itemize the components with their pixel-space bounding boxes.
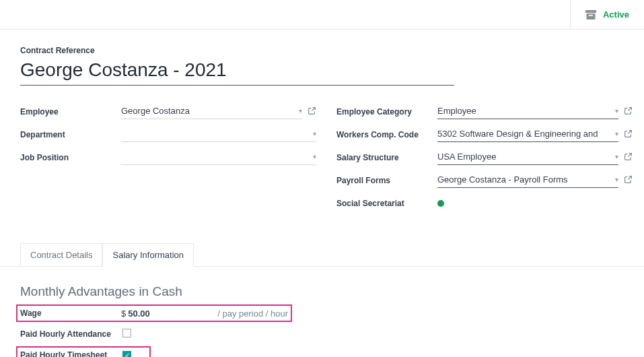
payroll-forms-row: Payroll Forms George Costanza - Payroll … [336,172,633,189]
department-label: Department [20,130,121,139]
paid-hourly-timesheet-checkbox[interactable]: ✓ [122,351,131,358]
wage-label: Wage [20,309,121,318]
form-body: Contract Reference George Costanza - 202… [0,30,644,219]
paid-hourly-timesheet-label: Paid Hourly Timesheet [20,350,121,357]
wage-currency: $ [121,309,126,319]
workers-comp-select[interactable]: 5302 Software Design & Engineering and ▾ [437,127,618,142]
page-title: George Costanza - 2021 [20,59,454,81]
field-columns: Employee George Costanza ▾ Department [20,103,624,212]
paid-hourly-attendance-checkbox[interactable] [122,329,131,337]
employee-category-row: Employee Category Employee ▾ [336,103,633,121]
employee-category-label: Employee Category [336,107,437,117]
status-dot-icon [437,200,444,207]
chevron-down-icon: ▾ [615,130,618,137]
wage-row: Wage $ 50.00 / pay period / hour [16,304,292,322]
title-input[interactable]: George Costanza - 2021 [20,59,454,86]
external-link-icon[interactable] [308,106,316,117]
paid-hourly-attendance-row: Paid Hourly Attendance [20,329,296,346]
wage-value-wrap[interactable]: $ 50.00 / pay period / hour [121,309,288,319]
chevron-down-icon: ▾ [299,107,302,115]
svg-rect-2 [589,15,593,16]
left-column: Employee George Costanza ▾ Department [20,103,316,212]
workers-comp-label: Workers Comp. Code [336,130,437,139]
svg-rect-1 [586,13,595,20]
status-badge[interactable]: Active [570,0,644,29]
svg-rect-0 [585,10,596,13]
status-label: Active [603,9,629,20]
archive-icon [585,10,596,20]
wage-amount: 50.00 [128,309,150,319]
department-field-row: Department ▾ [20,126,316,143]
salary-section: Monthly Advantages in Cash Wage $ 50.00 … [0,267,644,357]
salary-structure-label: Salary Structure [336,153,437,162]
tab-salary-information[interactable]: Salary Information [102,243,194,267]
workers-comp-row: Workers Comp. Code 5302 Software Design … [336,126,633,143]
external-link-icon[interactable] [624,175,633,186]
chevron-down-icon: ▾ [615,107,618,115]
employee-label: Employee [20,107,121,117]
job-position-field-row: Job Position ▾ [20,149,316,166]
social-secretariat-row: Social Secretariat [336,195,633,212]
salary-structure-row: Salary Structure USA Employee ▾ [336,149,633,166]
employee-select[interactable]: George Costanza ▾ [121,104,302,119]
tabs-container: Contract Details Salary Information [0,243,644,267]
section-title: Monthly Advantages in Cash [20,284,624,299]
paid-hourly-timesheet-row: Paid Hourly Timesheet ✓ [16,346,151,357]
external-link-icon[interactable] [624,152,633,163]
tab-contract-details[interactable]: Contract Details [20,243,102,267]
chevron-down-icon: ▾ [313,153,316,160]
job-position-select[interactable]: ▾ [121,150,316,165]
top-bar: Active [0,0,644,30]
tabs: Contract Details Salary Information [0,243,644,266]
chevron-down-icon: ▾ [615,176,618,183]
department-select[interactable]: ▾ [121,127,316,142]
chevron-down-icon: ▾ [615,153,618,160]
external-link-icon[interactable] [624,106,633,117]
payroll-forms-select[interactable]: George Costanza - Payroll Forms ▾ [437,173,618,188]
payroll-forms-label: Payroll Forms [336,176,437,185]
social-secretariat-label: Social Secretariat [336,199,437,208]
job-position-label: Job Position [20,153,121,162]
wage-per: / pay period / hour [217,309,288,319]
external-link-icon[interactable] [624,129,633,140]
salary-structure-select[interactable]: USA Employee ▾ [437,150,618,165]
paid-hourly-attendance-label: Paid Hourly Attendance [20,329,121,340]
chevron-down-icon: ▾ [313,130,316,137]
employee-field-row: Employee George Costanza ▾ [20,103,316,121]
employee-category-select[interactable]: Employee ▾ [437,104,618,119]
right-column: Employee Category Employee ▾ Workers Com… [336,103,633,212]
contract-reference-label: Contract Reference [20,46,624,55]
